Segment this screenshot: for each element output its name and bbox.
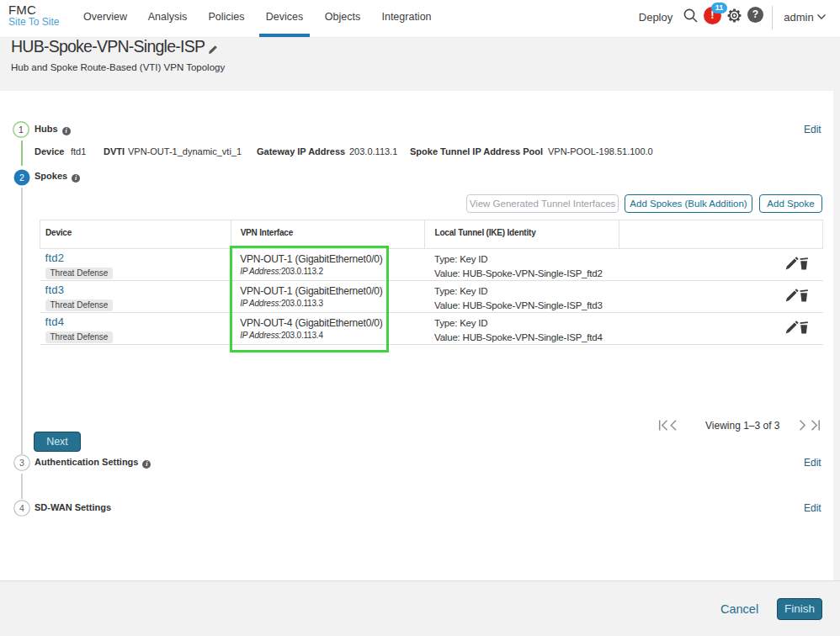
svg-text:4: 4: [19, 503, 24, 513]
svg-text:3: 3: [19, 458, 24, 468]
svg-text:2: 2: [19, 172, 24, 183]
svg-text:1: 1: [19, 125, 24, 135]
